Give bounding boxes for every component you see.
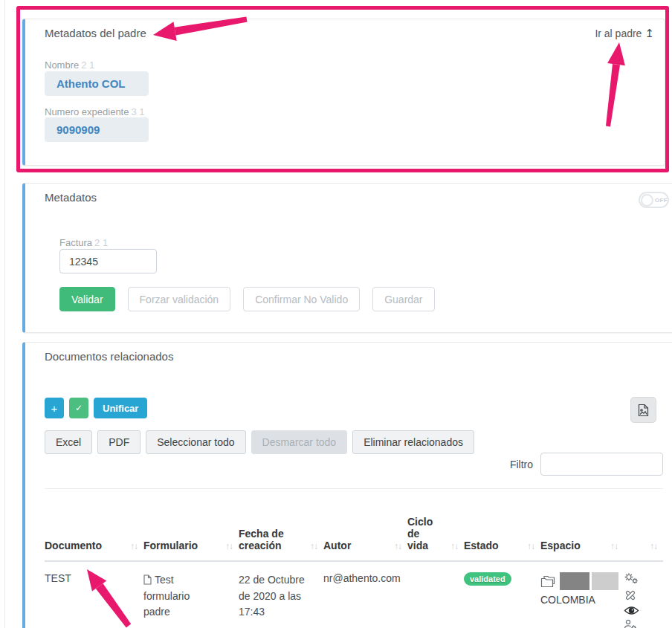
cell-actions	[624, 561, 663, 628]
filter-label: Filtro	[510, 459, 533, 470]
filter-input[interactable]	[540, 453, 663, 476]
metadata-panel: Metadatos OFF Factura2 1 Validar Forzar …	[22, 183, 672, 333]
field-label-numero-expediente: Numero expediente3 1	[45, 106, 145, 117]
table-header-row: Documento↑↓ Formulario↑↓ Fecha de creaci…	[45, 489, 663, 562]
cell-formulario: Test formulario padre	[143, 561, 239, 628]
panel-title-documentos-relacionados: Documentos relacionados	[45, 350, 173, 363]
unlink-icon[interactable]	[624, 589, 637, 602]
delete-related-button[interactable]: Eliminar relacionados	[352, 430, 474, 454]
go-to-parent-label: Ir al padre	[595, 27, 642, 39]
factura-input[interactable]	[59, 249, 157, 273]
related-actions-row: + ✓ Unificar	[45, 398, 147, 418]
header-ciclo-de-vida: Ciclo de vida↑↓	[407, 489, 464, 562]
header-estado: Estado↑↓	[464, 489, 540, 562]
sort-icon[interactable]: ↑↓	[527, 541, 534, 551]
force-validation-button[interactable]: Forzar validación	[128, 287, 231, 311]
file-image-icon	[638, 404, 649, 417]
metadata-toggle[interactable]: OFF	[639, 192, 669, 208]
related-documents-table: Documento↑↓ Formulario↑↓ Fecha de creaci…	[45, 488, 663, 628]
sort-icon[interactable]: ↑↓	[450, 541, 458, 551]
space-thumbnail-dark	[560, 572, 589, 590]
field-label-nombre: Nombre2 1	[45, 59, 94, 71]
sort-icon[interactable]: ↑↓	[610, 541, 618, 551]
deselect-all-button[interactable]: Desmarcar todo	[251, 430, 348, 454]
confirm-invalid-button[interactable]: Confirmar No Valido	[243, 287, 360, 311]
level-up-icon: ↥	[644, 27, 654, 39]
related-documents-panel: Documentos relacionados + ✓ Unificar Exc…	[22, 342, 672, 628]
excel-button[interactable]: Excel	[45, 430, 92, 454]
unify-button[interactable]: Unificar	[94, 398, 147, 418]
check-button[interactable]: ✓	[69, 398, 88, 418]
header-autor: Autor↑↓	[323, 489, 407, 562]
sort-icon[interactable]: ↑↓	[394, 541, 401, 551]
user-gear-icon[interactable]	[624, 619, 637, 628]
field-value-nombre: Athento COL	[45, 71, 149, 96]
header-documento: Documento↑↓	[45, 489, 143, 562]
gears-icon[interactable]	[624, 572, 639, 585]
field-badges: 3 1	[131, 106, 144, 117]
parent-metadata-panel: Metadatos del padre Ir al padre↥ Nombre2…	[22, 19, 665, 166]
field-badges: 2 1	[81, 59, 94, 71]
header-formulario: Formulario↑↓	[143, 489, 239, 562]
table-row[interactable]: TEST Test formulario padre 22 de Octubre…	[45, 561, 663, 628]
sort-icon[interactable]: ↑↓	[225, 541, 233, 551]
cell-fecha: 22 de Octubre de 2020 a las 17:43	[239, 561, 323, 628]
sort-icon[interactable]: ↑↓	[310, 541, 317, 551]
space-name[interactable]: COLOMBIA	[540, 594, 619, 606]
validate-button[interactable]: Validar	[59, 287, 115, 311]
file-image-button[interactable]	[630, 397, 656, 423]
add-related-button[interactable]: +	[45, 398, 64, 418]
status-badge: validated	[464, 572, 511, 586]
panel-title-metadatos: Metadatos	[45, 191, 97, 204]
metadata-buttons-row: Validar Forzar validación Confirmar No V…	[59, 287, 435, 311]
sort-icon[interactable]: ↑↓	[650, 541, 657, 551]
field-badges: 2 1	[94, 237, 108, 248]
field-label-factura: Factura2 1	[59, 237, 108, 248]
page-left-divider	[4, 0, 5, 628]
folders-icon[interactable]	[540, 574, 558, 589]
pdf-button[interactable]: PDF	[97, 430, 140, 454]
go-to-parent-link[interactable]: Ir al padre↥	[595, 27, 654, 40]
filter-row: Filtro	[510, 453, 663, 476]
field-value-numero-expediente: 9090909	[45, 117, 149, 142]
toggle-knob-icon	[641, 194, 653, 207]
cell-estado: validated	[464, 561, 540, 628]
toggle-off-label: OFF	[655, 197, 668, 204]
header-actions: ↑↓	[624, 489, 663, 562]
sort-icon[interactable]: ↑↓	[130, 541, 138, 551]
cell-espacio: COLOMBIA	[540, 561, 624, 628]
space-thumbnail-light	[592, 572, 618, 590]
save-button[interactable]: Guardar	[372, 287, 434, 311]
cell-autor: nr@athento.com	[323, 561, 407, 628]
cell-ciclo	[407, 561, 464, 628]
eye-icon[interactable]	[624, 606, 639, 615]
export-buttons-row: Excel PDF Seleccionar todo Desmarcar tod…	[45, 430, 474, 454]
select-all-button[interactable]: Seleccionar todo	[146, 430, 245, 454]
cell-documento[interactable]: TEST	[45, 561, 143, 628]
file-icon	[143, 574, 152, 585]
header-fecha-creacion: Fecha de creación↑↓	[239, 489, 323, 562]
header-espacio: Espacio↑↓	[540, 489, 624, 562]
panel-title-parent: Metadatos del padre	[45, 27, 146, 39]
